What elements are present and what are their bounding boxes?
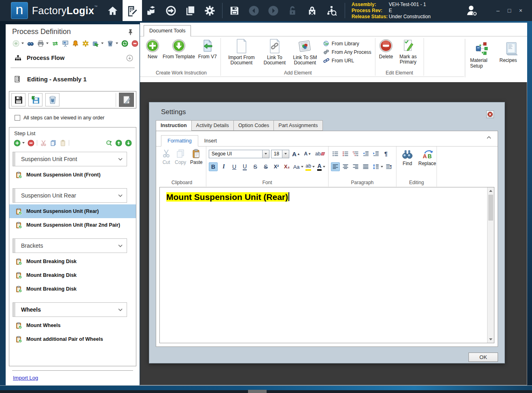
publish-icon[interactable] xyxy=(92,40,99,47)
link-to-document-button[interactable]: Link To Document xyxy=(260,37,289,66)
step-group[interactable]: Wheels xyxy=(13,302,127,317)
publish-dropdown-icon[interactable] xyxy=(101,42,104,44)
process-definition-icon[interactable] xyxy=(123,0,142,21)
decrease-indent-icon[interactable] xyxy=(361,149,370,158)
from-library-button[interactable]: From Library xyxy=(323,40,371,47)
font-family-select[interactable]: Segoe UI xyxy=(209,150,269,158)
step-item[interactable]: Mount Breaking Disk xyxy=(9,268,136,282)
numbered-list-icon[interactable] xyxy=(341,149,350,158)
scrollbar-track[interactable] xyxy=(487,221,494,336)
step-item[interactable]: Mount Breaking Disk xyxy=(9,282,136,296)
step-group[interactable]: Brackets xyxy=(13,238,127,253)
link-to-sm-document-button[interactable]: Link To SM Document xyxy=(289,37,321,66)
mark-as-primary-button[interactable]: Mark as Primary xyxy=(395,37,422,65)
step-group[interactable]: Suspension Unit Rear xyxy=(13,188,127,203)
settings-gear-icon[interactable] xyxy=(200,0,220,21)
forward-icon[interactable] xyxy=(264,0,283,21)
add-dropdown-icon[interactable] xyxy=(21,42,24,44)
remove-step-icon[interactable] xyxy=(27,139,34,147)
clear-formatting-button[interactable]: ab xyxy=(314,149,326,158)
font-color-button[interactable]: A xyxy=(317,162,326,171)
pin-icon[interactable] xyxy=(127,28,134,36)
bell-icon[interactable] xyxy=(72,40,79,47)
subscript-button[interactable]: X₂ xyxy=(282,162,291,171)
tab-option-codes[interactable]: Option Codes xyxy=(234,120,274,131)
tab-part-assignments[interactable]: Part Assignments xyxy=(274,120,322,131)
add-step-dropdown-icon[interactable] xyxy=(22,142,25,144)
documents-icon[interactable] xyxy=(181,0,200,21)
exchange-icon[interactable] xyxy=(51,40,59,47)
lock-close-icon[interactable] xyxy=(303,0,322,21)
logout-user-icon[interactable] xyxy=(462,1,481,20)
step-item[interactable]: Mount additional Pair of Wheels xyxy=(9,332,136,346)
process-search-icon[interactable] xyxy=(322,0,341,21)
find-icon[interactable] xyxy=(27,40,34,47)
strikethrough-button[interactable]: S xyxy=(251,162,260,171)
presentation-icon[interactable] xyxy=(61,40,69,47)
save-document-button[interactable] xyxy=(11,93,25,106)
gear-icon[interactable] xyxy=(82,40,89,47)
paste-step-icon[interactable] xyxy=(59,139,66,147)
edit-work-instruction-button[interactable] xyxy=(119,93,134,107)
underline-button[interactable]: U xyxy=(230,162,239,171)
find-button[interactable]: Find xyxy=(401,149,413,166)
bullet-list-icon[interactable] xyxy=(331,149,340,158)
delete-dropdown-icon[interactable] xyxy=(116,42,118,44)
rtl-paragraph-icon[interactable]: ¶ xyxy=(384,162,393,171)
scroll-down-icon[interactable] xyxy=(487,336,494,343)
refresh-icon[interactable] xyxy=(121,40,128,47)
unlock-icon[interactable] xyxy=(283,0,303,21)
double-strikethrough-button[interactable]: S xyxy=(261,162,270,171)
line-spacing-dropdown-icon[interactable] xyxy=(381,166,383,168)
bold-button[interactable]: B xyxy=(209,162,218,171)
grow-font-button[interactable]: A▲ xyxy=(291,149,301,158)
back-icon[interactable] xyxy=(244,0,264,21)
delete-bucket-icon[interactable] xyxy=(106,40,114,47)
scrollbar-thumb[interactable] xyxy=(488,195,493,221)
from-url-button[interactable]: From URL xyxy=(323,57,371,64)
remove-icon[interactable] xyxy=(131,40,138,47)
step-item[interactable]: Mount Suspension Unit (Front) xyxy=(9,168,136,182)
tab-formatting[interactable]: Formatting xyxy=(161,135,198,147)
shrink-font-button[interactable]: A▼ xyxy=(303,149,312,158)
align-right-icon[interactable] xyxy=(351,162,360,171)
process-flow-row[interactable]: Process Flow xyxy=(6,49,140,67)
find-step-icon[interactable] xyxy=(105,139,112,147)
instruction-text-area[interactable]: Mount Suspension Unit (Rear) xyxy=(160,187,487,343)
show-paragraph-marks-icon[interactable]: ¶ xyxy=(382,149,390,158)
materials-icon[interactable] xyxy=(142,0,161,21)
step-item[interactable]: Mount Wheels xyxy=(9,319,136,332)
delete-element-button[interactable]: Delete xyxy=(377,37,395,59)
tab-activity-details[interactable]: Activity Details xyxy=(192,120,234,131)
cut-step-icon[interactable] xyxy=(40,139,47,147)
home-icon[interactable] xyxy=(103,0,123,21)
add-step-icon[interactable] xyxy=(13,139,21,147)
delete-document-button[interactable] xyxy=(45,93,59,106)
import-from-document-button[interactable]: Import From Document xyxy=(223,37,260,66)
step-item[interactable]: Mount Suspension Unit (Rear 2nd Pair) xyxy=(9,218,136,232)
align-center-icon[interactable] xyxy=(341,162,350,171)
print-dropdown-icon[interactable] xyxy=(46,42,49,44)
print-icon[interactable] xyxy=(37,40,44,47)
material-setup-button[interactable]: Material Setup xyxy=(470,41,494,69)
scroll-up-icon[interactable] xyxy=(487,187,494,194)
paste-button[interactable]: Paste xyxy=(190,149,203,165)
increase-indent-icon[interactable] xyxy=(371,149,380,158)
new-button[interactable]: New xyxy=(144,37,161,59)
justify-icon[interactable] xyxy=(361,162,370,171)
copy-button[interactable]: Copy xyxy=(175,149,186,165)
text-highlight-button[interactable]: ab xyxy=(305,162,315,171)
tab-document-tools[interactable]: Document Tools xyxy=(144,25,191,36)
recipes-button[interactable]: Recipes xyxy=(500,41,524,63)
add-icon[interactable] xyxy=(12,40,19,47)
align-left-icon[interactable] xyxy=(331,162,340,171)
minimize-button[interactable]: – xyxy=(493,5,503,16)
import-log-link[interactable]: Import Log xyxy=(13,375,38,381)
step-group[interactable]: Suspension Unit Front xyxy=(13,152,127,166)
double-underline-button[interactable]: U xyxy=(240,162,249,171)
maximize-button[interactable]: □ xyxy=(504,5,514,16)
dialog-close-button[interactable] xyxy=(486,110,494,118)
move-step-down-icon[interactable] xyxy=(125,139,132,147)
copy-step-icon[interactable] xyxy=(49,139,57,147)
close-button[interactable]: × xyxy=(516,5,526,16)
